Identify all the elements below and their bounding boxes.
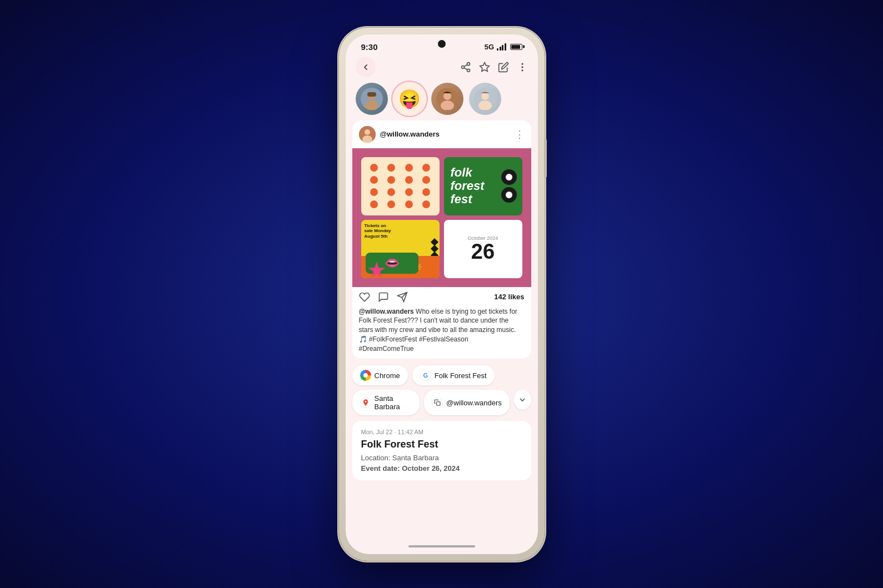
app-toolbar [346, 55, 538, 83]
svg-point-17 [481, 92, 489, 100]
share-button[interactable] [460, 62, 471, 73]
battery-fill [511, 45, 520, 49]
svg-point-24 [365, 401, 366, 403]
poster-eyes [501, 169, 517, 203]
poster-eye-2 [501, 187, 517, 203]
signal-bar-4 [505, 43, 506, 51]
chip-santa-label: Santa Barbara [375, 394, 412, 411]
chip-folk-forest[interactable]: G Folk Forest Fest [412, 365, 495, 385]
poster-bottom-right: October 2024 26 [444, 220, 522, 278]
chip-folk-label: Folk Forest Fest [435, 371, 487, 380]
signal-bar-3 [502, 45, 503, 51]
post-header: @willow.wanders ⋮ [352, 120, 531, 148]
expand-chips-button[interactable] [514, 390, 531, 410]
signal-bars [497, 43, 506, 51]
svg-point-20 [365, 129, 370, 135]
svg-point-1 [461, 66, 464, 68]
signal-bar-1 [497, 48, 498, 51]
story-avatar-1[interactable] [356, 83, 388, 115]
svg-rect-25 [436, 402, 440, 406]
chip-santa-barbara[interactable]: Santa Barbara [352, 390, 420, 415]
post-username: @willow.wanders [380, 130, 440, 138]
poster-top-right: folk forest fest [444, 157, 522, 215]
info-title: Folk Forest Fest [361, 439, 522, 450]
post-container: @willow.wanders ⋮ [352, 120, 531, 359]
phone-device: 9:30 5G [339, 28, 545, 561]
poster-grid: folk forest fest [352, 148, 531, 287]
story-avatar-3[interactable] [431, 83, 463, 115]
post-caption: @willow.wanders Who else is trying to ge… [352, 307, 531, 359]
poster-top-left [361, 157, 440, 215]
toolbar-actions [460, 62, 528, 73]
edit-button[interactable] [498, 62, 509, 73]
info-date: Mon, Jul 22 · 11:42 AM [361, 429, 522, 435]
like-button[interactable] [359, 292, 370, 303]
poster-star: ★ [367, 257, 387, 278]
copy-icon [432, 397, 443, 408]
status-indicators: 5G [485, 43, 522, 51]
tickets-text: Tickets on sale Monday August 5th [365, 223, 436, 239]
google-search-icon: G [420, 370, 431, 381]
svg-point-7 [521, 66, 523, 68]
maps-icon [360, 397, 371, 408]
info-event-date: Event date: October 26, 2024 [361, 464, 522, 473]
post-action-left [359, 292, 408, 303]
chip-username[interactable]: @willow.wanders [424, 390, 510, 415]
home-indicator [346, 539, 538, 554]
story-avatar-4[interactable] [469, 83, 501, 115]
stories-row: 😝 [346, 83, 538, 120]
svg-line-4 [464, 64, 467, 66]
battery-icon [510, 44, 522, 50]
status-time: 9:30 [361, 42, 378, 52]
caption-username: @willow.wanders [359, 308, 414, 315]
svg-line-3 [464, 68, 467, 69]
svg-point-0 [467, 62, 470, 65]
back-button[interactable] [356, 57, 376, 77]
festival-poster: folk forest fest [352, 148, 531, 287]
chip-chrome-label: Chrome [375, 371, 400, 380]
poster-eye-1 [501, 169, 517, 185]
chips-section: Chrome G Folk Forest Fest Santa Barbara [346, 363, 538, 418]
svg-point-2 [467, 69, 470, 72]
post-more-button[interactable]: ⋮ [515, 128, 525, 140]
chip-username-label: @willow.wanders [446, 399, 502, 407]
comment-button[interactable] [378, 292, 389, 303]
svg-point-6 [521, 63, 523, 64]
info-card: Mon, Jul 22 · 11:42 AM Folk Forest Fest … [352, 421, 531, 480]
signal-bar-2 [500, 47, 501, 51]
post-avatar [359, 126, 376, 143]
svg-point-8 [521, 69, 523, 71]
likes-count: 142 likes [494, 293, 524, 301]
poster-date-num: 26 [471, 241, 495, 262]
svg-marker-5 [480, 62, 489, 71]
info-location: Location: Santa Barbara [361, 454, 522, 462]
network-indicator: 5G [485, 43, 494, 51]
camera-notch [438, 40, 446, 48]
send-button[interactable] [397, 292, 408, 303]
svg-point-14 [443, 92, 451, 100]
post-user: @willow.wanders [359, 126, 440, 143]
chrome-icon [360, 370, 371, 381]
post-actions: 142 likes [352, 287, 531, 307]
power-button[interactable] [544, 139, 547, 178]
chips-row-2: Santa Barbara @willow.wanders [352, 390, 531, 415]
save-button[interactable] [479, 62, 490, 73]
poster-dots [361, 157, 440, 215]
story-avatar-2[interactable]: 😝 [393, 83, 426, 115]
more-button[interactable] [517, 62, 528, 73]
chips-row-1: Chrome G Folk Forest Fest [352, 365, 531, 385]
poster-title: folk forest fest [451, 166, 485, 207]
svg-rect-12 [367, 92, 376, 97]
chip-chrome[interactable]: Chrome [352, 365, 408, 385]
phone-screen: 9:30 5G [346, 34, 538, 554]
home-bar [408, 545, 475, 547]
